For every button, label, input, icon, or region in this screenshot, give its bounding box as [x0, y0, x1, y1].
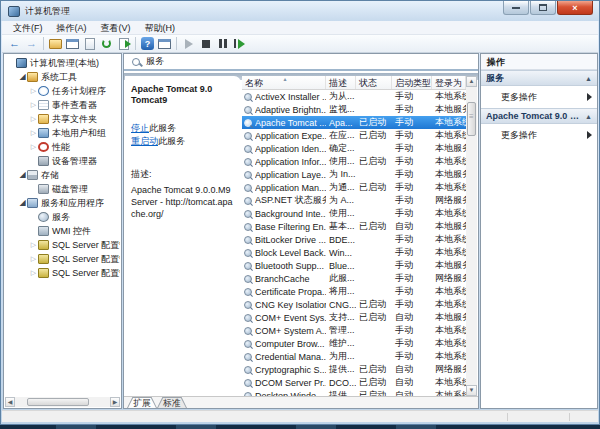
expanded-arrow-icon[interactable]: ◢: [18, 196, 27, 210]
service-row-8[interactable]: ASP.NET 状态服务为 A...手动网络服务: [242, 194, 466, 207]
scrollbar-thumb[interactable]: [27, 398, 89, 406]
tab-标准[interactable]: 标准: [157, 397, 187, 408]
actions-item-1-0[interactable]: 更多操作: [481, 127, 597, 143]
export-button[interactable]: [115, 36, 132, 52]
service-row-4[interactable]: Application Iden...确定...手动本地服务: [242, 142, 466, 155]
service-row-18[interactable]: COM+ System A...管理...手动本地系统: [242, 324, 466, 337]
service-row-1[interactable]: Adaptive Brightn...监视...手动本地服务: [242, 103, 466, 116]
tree-item-12[interactable]: WMI 控件: [5, 224, 120, 238]
tree-item-13[interactable]: ▷SQL Server 配置管理器: [5, 238, 120, 252]
service-row-19[interactable]: Computer Brow...维护...手动本地系统: [242, 337, 466, 350]
tree-item-10[interactable]: ◢服务和应用程序: [5, 196, 120, 210]
tree-item-14[interactable]: ▷SQL Server 配置管理器: [5, 252, 120, 266]
service-row-23[interactable]: Desktop Windo...提供...已启动自动本地系统: [242, 389, 466, 396]
service-gear-icon: [244, 340, 252, 348]
tree-item-15[interactable]: ▷SQL Server 配置管理器: [5, 266, 120, 280]
service-row-20[interactable]: Credential Mana...为用...手动本地系统: [242, 350, 466, 363]
service-row-6[interactable]: Application Laye...为 In...手动本地服务: [242, 168, 466, 181]
collapsed-arrow-icon[interactable]: ▷: [29, 252, 38, 266]
service-row-14[interactable]: BranchCache此服...手动网络服务: [242, 272, 466, 285]
tree-item-5[interactable]: ▷本地用户和组: [5, 126, 120, 140]
console-window-button[interactable]: [64, 36, 81, 52]
refresh-button[interactable]: [98, 36, 115, 52]
title-bar[interactable]: 计算机管理 ×: [1, 1, 599, 21]
column-header-0[interactable]: 名称▴: [242, 76, 326, 89]
tree-item-4[interactable]: ▷共享文件夹: [5, 112, 120, 126]
actions-section-header-0[interactable]: 服务▲: [481, 70, 597, 86]
collapsed-arrow-icon[interactable]: ▷: [29, 84, 38, 98]
tree-item-2[interactable]: ▷任务计划程序: [5, 84, 120, 98]
expanded-arrow-icon[interactable]: ◢: [18, 70, 27, 84]
document-button[interactable]: [81, 36, 98, 52]
collapsed-arrow-icon[interactable]: ▷: [29, 126, 38, 140]
forward-icon: →: [26, 38, 37, 49]
collapsed-arrow-icon[interactable]: ▷: [29, 112, 38, 126]
service-row-13[interactable]: Bluetooth Supp...Blue...手动本地服务: [242, 259, 466, 272]
maximize-button[interactable]: [530, 1, 556, 15]
menu-item-1[interactable]: 操作(A): [50, 21, 94, 35]
collapsed-arrow-icon[interactable]: ▷: [29, 140, 38, 154]
tree-item-6[interactable]: ▷性能: [5, 140, 120, 154]
service-startup-cell: 手动: [392, 168, 432, 181]
folder-button[interactable]: [47, 36, 64, 52]
column-header-2[interactable]: 状态: [356, 76, 392, 89]
service-row-17[interactable]: COM+ Event Sys...支持...已启动自动本地服务: [242, 311, 466, 324]
stop-service-link[interactable]: 停止: [131, 123, 149, 133]
scroll-right-button[interactable]: ▶: [110, 397, 120, 407]
tree-item-8[interactable]: ◢存储: [5, 168, 120, 182]
service-row-9[interactable]: Background Inte...使用...手动本地系统: [242, 207, 466, 220]
tree-item-11[interactable]: 服务: [5, 210, 120, 224]
column-header-4[interactable]: 登录为: [432, 76, 466, 89]
restart-service-link[interactable]: 重启动: [131, 136, 158, 146]
list-vertical-scrollbar[interactable]: ▲ ▼: [466, 76, 477, 396]
panes-button[interactable]: [156, 36, 173, 52]
menu-item-3[interactable]: 帮助(H): [138, 21, 183, 35]
service-row-2[interactable]: Apache Tomcat ...Apa...已启动手动本地系统: [242, 116, 466, 129]
tree-item-9[interactable]: 磁盘管理: [5, 182, 120, 196]
tree-item-7[interactable]: 设备管理器: [5, 154, 120, 168]
stop-button[interactable]: [197, 36, 214, 52]
restart-button[interactable]: [231, 36, 248, 52]
actions-section-header-1[interactable]: Apache Tomcat 9.0 Tomc...▲: [481, 108, 597, 124]
menu-item-0[interactable]: 文件(F): [6, 21, 50, 35]
collapsed-arrow-icon[interactable]: ▷: [29, 98, 38, 112]
service-row-0[interactable]: ActiveX Installer ...为从...手动本地系统: [242, 90, 466, 103]
tree-horizontal-scrollbar[interactable]: ◀ ▶: [5, 397, 120, 407]
tree-item-3[interactable]: ▷事件查看器: [5, 98, 120, 112]
column-header-3[interactable]: 启动类型: [392, 76, 432, 89]
scroll-down-button[interactable]: ▼: [466, 385, 477, 396]
service-row-10[interactable]: Base Filtering En...基本...已启动自动本地服务: [242, 220, 466, 233]
service-row-11[interactable]: BitLocker Drive ...BDE...手动本地系统: [242, 233, 466, 246]
scrollbar-thumb[interactable]: [467, 102, 476, 136]
service-row-22[interactable]: DCOM Server Pr...DCO...已启动自动本地系统: [242, 376, 466, 389]
service-desc-cell: 为 A...: [326, 194, 356, 207]
collapsed-arrow-icon[interactable]: ▷: [29, 238, 38, 252]
service-row-12[interactable]: Block Level Back...Win...手动本地系统: [242, 246, 466, 259]
close-button[interactable]: ×: [557, 1, 593, 15]
service-row-16[interactable]: CNG Key IsolationCNG...已启动手动本地系统: [242, 298, 466, 311]
service-row-3[interactable]: Application Expe...在应...已启动手动本地系统: [242, 129, 466, 142]
back-button[interactable]: ←: [6, 36, 23, 52]
service-row-5[interactable]: Application Infor...使用...已启动手动本地系统: [242, 155, 466, 168]
tree-item-0[interactable]: 计算机管理(本地): [5, 56, 120, 70]
minimize-button[interactable]: [503, 1, 529, 15]
collapsed-arrow-icon[interactable]: ▷: [29, 266, 38, 280]
start-button[interactable]: [180, 36, 197, 52]
service-startup-cell: 手动: [392, 116, 432, 129]
scroll-up-button[interactable]: ▲: [466, 76, 477, 87]
tree-item-1[interactable]: ◢系统工具: [5, 70, 120, 84]
service-row-21[interactable]: Cryptographic S...提供...已启动自动网络服务: [242, 363, 466, 376]
tab-扩展[interactable]: 扩展: [127, 397, 157, 408]
pause-button[interactable]: [214, 36, 231, 52]
help-button[interactable]: ?: [139, 36, 156, 52]
service-row-15[interactable]: Certificate Propa...将用...手动本地系统: [242, 285, 466, 298]
service-desc-cell: 使用...: [326, 207, 356, 220]
actions-item-0-0[interactable]: 更多操作: [481, 89, 597, 105]
forward-button[interactable]: →: [23, 36, 40, 52]
menu-item-2[interactable]: 查看(V): [94, 21, 138, 35]
service-name-cell: Application Infor...: [242, 157, 326, 167]
column-header-1[interactable]: 描述: [326, 76, 356, 89]
expanded-arrow-icon[interactable]: ◢: [18, 168, 27, 182]
scroll-left-button[interactable]: ◀: [5, 397, 15, 407]
service-row-7[interactable]: Application Man...为通...已启动手动本地系统: [242, 181, 466, 194]
